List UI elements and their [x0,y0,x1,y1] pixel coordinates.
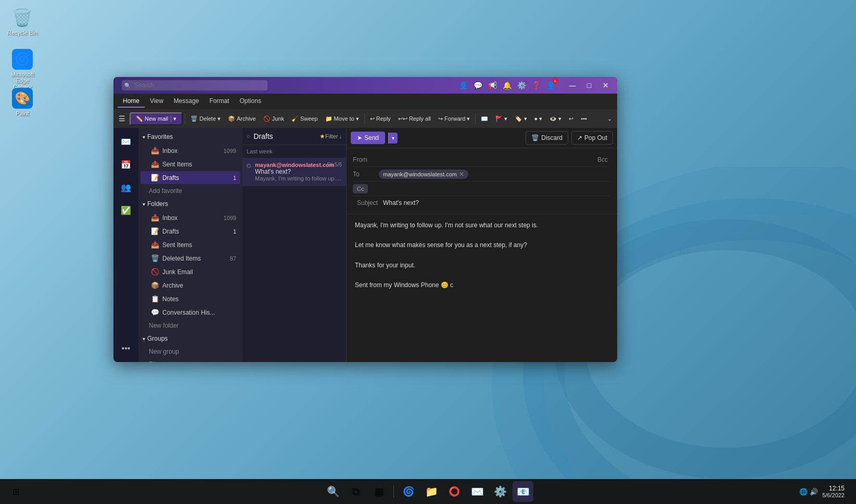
undo-button[interactable]: ↩ [566,114,577,124]
reply-button[interactable]: ↩ Reply [367,114,394,124]
discover-groups-link[interactable]: Discover groups [138,358,242,362]
mark-button[interactable]: ● ▾ [531,114,546,124]
compose-body[interactable]: Mayank, I'm writing to follow up. I'm no… [347,214,617,362]
taskbar-edge-icon[interactable]: 🌀 [398,481,419,502]
taskbar-network-icon[interactable]: 🌐 [799,488,808,496]
collapse-list-icon[interactable]: ○ [247,133,250,140]
close-button[interactable]: ✕ [598,78,613,93]
taskbar-settings-icon[interactable]: ⚙️ [490,481,510,502]
sidebar-item-notes[interactable]: 📋 Notes [140,292,240,305]
taskbar-volume-icon[interactable]: 🔊 [810,488,818,496]
taskbar-clock[interactable]: 12:15 5/6/2022 [822,485,845,498]
folder-star-icon[interactable]: ★ [320,133,325,140]
flag-button[interactable]: 🚩 ▾ [492,114,510,124]
sidebar-people-icon[interactable]: 👥 [117,178,135,197]
sweep-button[interactable]: 🧹 Sweep [288,114,321,124]
delete-button[interactable]: 🗑️ Delete ▾ [187,114,224,124]
send-dropdown-button[interactable]: ▾ [388,133,398,144]
favorites-section-header[interactable]: ▾ Favorites [138,130,242,144]
view-options-button[interactable]: 👁️ ▾ [546,114,565,124]
sidebar-more-icon[interactable]: ••• [117,339,135,358]
taskbar-mail-icon[interactable]: ✉️ [467,481,488,502]
left-sidebar: ✉️ 📅 👥 ✅ ••• [113,128,138,362]
new-group-link[interactable]: New group [138,345,242,358]
recycle-bin-icon[interactable]: 🗑️ Recycle Bin [4,5,41,38]
taskbar-explorer-icon[interactable]: 📁 [421,481,442,502]
taskbar-start-button[interactable]: ⊞ [5,481,26,502]
remove-recipient-button[interactable]: ✕ [459,171,464,178]
taskbar-chrome-icon[interactable]: ⭕ [444,481,465,502]
sidebar-item-junk[interactable]: 🚫 Junk Email [140,265,240,278]
email-list-header: ○ Drafts ★ Filter ↓ [242,128,346,145]
notification-icon[interactable]: 👤1 [544,79,557,92]
mail-options-button[interactable]: ✉️ [478,114,491,124]
inbox-count: 1099 [224,215,236,221]
tab-format[interactable]: Format [205,95,235,108]
expand-ribbon-button[interactable]: ⌄ [604,114,615,124]
sidebar-item-drafts[interactable]: 📝 Drafts 1 [140,225,240,238]
tab-home[interactable]: Home [118,95,145,108]
pop-out-button[interactable]: ↗ Pop Out [571,131,613,145]
new-mail-dropdown-icon[interactable]: ▾ [171,115,176,122]
tab-view[interactable]: View [145,95,169,108]
help-icon[interactable]: ❓ [530,79,542,92]
folders-section-header[interactable]: ▾ Folders [138,197,242,211]
subject-input[interactable] [383,198,611,208]
to-label: To [353,171,379,178]
discard-button[interactable]: 🗑️ Discard [526,131,568,145]
sidebar-item-inbox-fav[interactable]: 📥 Inbox 1099 [140,144,240,157]
sidebar-item-drafts-fav[interactable]: 📝 Drafts 1 [140,171,240,184]
settings-icon[interactable]: ⚙️ [515,79,528,92]
sidebar-item-conversation[interactable]: 💬 Conversation His... [140,306,240,319]
search-wrapper [122,80,267,91]
junk-label: Junk Email [162,268,193,276]
bell-icon[interactable]: 🔔 [501,79,513,92]
send-button[interactable]: ➤ Send [351,132,385,144]
tags-button[interactable]: 🏷️ ▾ [512,114,530,124]
reply-all-button[interactable]: ↩↩ Reply all [395,114,434,124]
outlook-window: 👤 💬 📢 🔔 ⚙️ ❓ 👤1 — □ ✕ Home View Message … [113,77,617,362]
sidebar-mail-icon[interactable]: ✉️ [117,132,135,151]
hamburger-button[interactable]: ☰ [116,113,129,124]
bcc-button[interactable]: Bcc [594,155,611,164]
more-options-button[interactable]: ••• [578,114,590,123]
sidebar-item-inbox[interactable]: 📥 Inbox 1099 [140,211,240,224]
new-folder-link[interactable]: New folder [138,319,242,332]
tab-message[interactable]: Message [169,95,205,108]
ribbon-actions: ☰ ✏️ New mail ▾ 🗑️ Delete ▾ 📦 Archive 🚫 … [113,109,617,128]
taskbar-taskview-icon[interactable]: ⧉ [346,481,366,502]
sidebar-tasks-icon[interactable]: ✅ [117,201,135,219]
teams-icon[interactable]: 💬 [471,79,484,92]
body-line-1: Mayank, I'm writing to follow up. I'm no… [355,221,609,230]
sidebar-item-sent[interactable]: 📤 Sent Items [140,238,240,251]
taskbar-outlook-icon[interactable]: 📧 [513,481,533,502]
from-input[interactable] [379,156,594,163]
sidebar-item-deleted[interactable]: 🗑️ Deleted Items 87 [140,252,240,265]
forward-button[interactable]: ↪ Forward ▾ [435,114,473,124]
move-to-button[interactable]: 📁 Move to ▾ [322,114,362,124]
new-mail-button[interactable]: ✏️ New mail ▾ [130,112,183,125]
taskbar-search-icon[interactable]: 🔍 [323,481,343,502]
taskbar-widgets-icon[interactable]: ▦ [368,481,389,502]
email-item-0[interactable]: mayank@windowslatest.com What's next? Ma… [242,158,346,186]
cc-button[interactable]: Cc [353,184,368,193]
tab-options[interactable]: Options [235,95,266,108]
maximize-button[interactable]: □ [582,78,596,93]
profile-icon[interactable]: 👤 [457,79,469,92]
paint-icon[interactable]: 🎨 Paint [4,86,41,119]
filter-button[interactable]: Filter ↓ [325,133,342,139]
sidebar-item-sent-fav[interactable]: 📤 Sent Items [140,158,240,171]
add-favorite-link[interactable]: Add favorite [138,185,242,197]
show-desktop-button[interactable] [849,482,851,501]
groups-section-header[interactable]: ▾ Groups [138,332,242,345]
junk-button[interactable]: 🚫 Junk [260,114,287,124]
archive-button[interactable]: 📦 Archive [225,114,259,124]
sidebar-item-archive[interactable]: 📦 Archive [140,279,240,292]
minimize-button[interactable]: — [565,78,580,93]
search-input[interactable] [122,80,267,91]
edge-canary-icon[interactable]: 🌀 Microsoft Edge Canary [4,47,41,92]
yammer-icon[interactable]: 📢 [486,79,499,92]
folders-label: Folders [147,200,168,208]
compose-toolbar: ➤ Send ▾ 🗑️ Discard ↗ Pop Out [347,128,617,148]
sidebar-calendar-icon[interactable]: 📅 [117,155,135,174]
